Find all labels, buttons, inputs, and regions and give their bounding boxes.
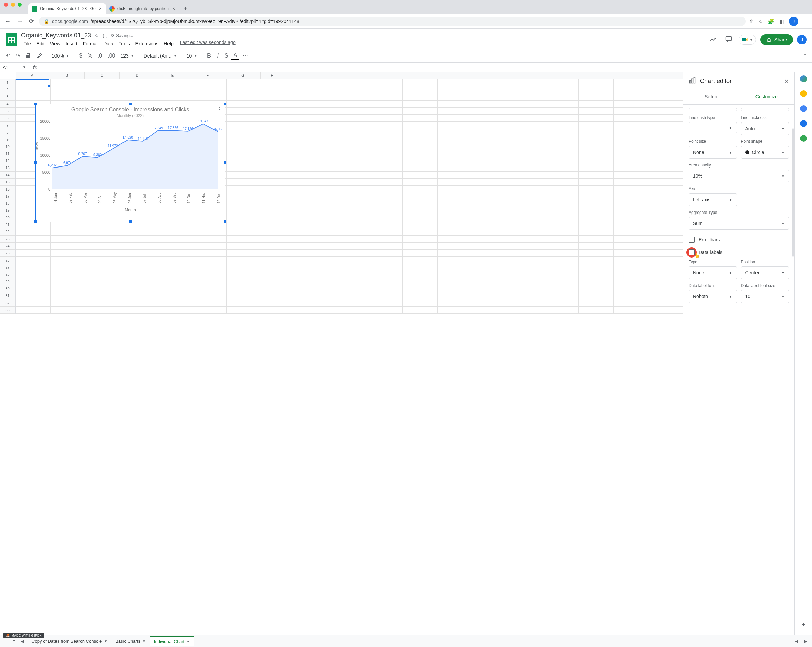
line-dash-select[interactable]: ▼ <box>688 122 737 133</box>
row-header[interactable]: 21 <box>0 221 15 229</box>
add-addon-icon[interactable]: + <box>801 620 806 629</box>
menu-help[interactable]: Help <box>162 40 176 48</box>
sheet-tab[interactable]: Basic Charts▼ <box>111 636 150 642</box>
resize-handle[interactable] <box>34 102 37 105</box>
account-avatar[interactable]: J <box>797 35 807 44</box>
row-header[interactable]: 9 <box>0 136 15 143</box>
menu-view[interactable]: View <box>48 40 63 48</box>
tab-customize[interactable]: Customize <box>739 90 795 104</box>
row-header[interactable]: 22 <box>0 229 15 235</box>
text-color-button[interactable]: A <box>231 51 239 60</box>
tab-close-icon[interactable]: × <box>98 6 102 12</box>
maps-icon[interactable] <box>800 135 807 142</box>
col-header[interactable]: D <box>120 72 155 79</box>
row-header[interactable]: 18 <box>0 200 15 207</box>
row-header[interactable]: 10 <box>0 143 15 150</box>
name-box[interactable]: A1▼ <box>0 63 29 72</box>
axis-select[interactable]: Left axis▼ <box>688 193 737 206</box>
zoom-select[interactable]: 100%▼ <box>50 52 72 60</box>
col-header[interactable]: H <box>261 72 284 79</box>
menu-tools[interactable]: Tools <box>116 40 132 48</box>
contacts-icon[interactable] <box>800 120 807 127</box>
resize-handle[interactable] <box>224 162 226 164</box>
formula-input[interactable] <box>41 65 812 70</box>
star-icon[interactable]: ☆ <box>95 32 99 38</box>
selected-cell[interactable] <box>15 79 49 86</box>
row-header[interactable]: 29 <box>0 278 15 285</box>
col-header[interactable]: A <box>15 72 49 79</box>
keep-icon[interactable] <box>800 90 807 97</box>
strikethrough-button[interactable]: S <box>223 51 230 61</box>
row-header[interactable]: 24 <box>0 243 15 250</box>
extensions-icon[interactable]: 🧩 <box>768 18 774 25</box>
share-page-icon[interactable]: ⇧ <box>749 18 754 25</box>
row-header[interactable]: 1 <box>0 79 15 86</box>
area-opacity-select[interactable]: 10%▼ <box>688 169 789 182</box>
back-button[interactable]: ← <box>3 17 12 26</box>
embedded-chart[interactable]: ⋮ Google Search Console - Impressions an… <box>35 104 225 222</box>
bold-button[interactable]: B <box>205 51 213 61</box>
error-bars-checkbox[interactable] <box>688 237 694 243</box>
more-toolbar-icon[interactable]: ⋯ <box>241 50 250 61</box>
menu-data[interactable]: Data <box>101 40 116 48</box>
row-header[interactable]: 3 <box>0 93 15 101</box>
row-header[interactable]: 33 <box>0 307 15 314</box>
row-header[interactable]: 23 <box>0 235 15 243</box>
dl-fontsize-select[interactable]: 10▼ <box>741 290 789 303</box>
bookmark-icon[interactable]: ☆ <box>758 18 763 25</box>
aggregate-type-select[interactable]: Sum▼ <box>688 217 789 230</box>
resize-handle[interactable] <box>34 220 37 223</box>
number-format-select[interactable]: 123▼ <box>118 52 136 60</box>
sheet-tab[interactable]: Individual Chart▼ <box>150 636 194 642</box>
point-shape-select[interactable]: Circle▼ <box>741 146 789 159</box>
maximize-window-icon[interactable] <box>18 3 21 7</box>
decrease-decimal-button[interactable]: .0 <box>96 51 104 61</box>
doc-title[interactable]: Organic_Keywords 01_23 <box>21 32 91 39</box>
row-header[interactable]: 2 <box>0 86 15 93</box>
menu-extensions[interactable]: Extensions <box>133 40 160 48</box>
move-folder-icon[interactable]: ▢ <box>102 32 108 38</box>
col-header[interactable]: C <box>85 72 120 79</box>
row-header[interactable]: 26 <box>0 257 15 264</box>
forward-button[interactable]: → <box>15 17 24 26</box>
chart-menu-icon[interactable]: ⋮ <box>217 106 222 112</box>
col-header[interactable]: G <box>225 72 261 79</box>
scroll-left-button[interactable]: ◀ <box>793 636 800 642</box>
row-header[interactable]: 30 <box>0 285 15 292</box>
increase-decimal-button[interactable]: .00 <box>105 51 117 61</box>
prev-field-dropdown[interactable] <box>688 108 737 111</box>
col-header[interactable]: E <box>155 72 190 79</box>
menu-format[interactable]: Format <box>81 40 100 48</box>
browser-tab[interactable]: click through rate by position × <box>106 3 179 14</box>
row-header[interactable]: 32 <box>0 299 15 307</box>
resize-handle[interactable] <box>34 162 37 164</box>
row-header[interactable]: 8 <box>0 129 15 136</box>
row-header[interactable]: 5 <box>0 108 15 115</box>
data-labels-checkbox[interactable] <box>688 249 694 255</box>
row-header[interactable]: 31 <box>0 292 15 299</box>
sidepanel-icon[interactable]: ◧ <box>779 18 784 25</box>
resize-handle[interactable] <box>224 102 226 105</box>
row-header[interactable]: 15 <box>0 179 15 186</box>
tab-setup[interactable]: Setup <box>683 90 739 104</box>
calendar-icon[interactable] <box>800 75 807 82</box>
format-percent-button[interactable]: % <box>85 51 95 61</box>
close-window-icon[interactable] <box>4 3 8 7</box>
window-controls[interactable] <box>0 0 26 7</box>
prev-field-dropdown[interactable] <box>741 108 789 111</box>
new-tab-button[interactable]: + <box>180 3 191 14</box>
minimize-window-icon[interactable] <box>11 3 15 7</box>
dl-type-select[interactable]: None▼ <box>688 266 737 279</box>
menu-insert[interactable]: Insert <box>63 40 80 48</box>
row-header[interactable]: 25 <box>0 250 15 257</box>
font-family-select[interactable]: Default (Ari...▼ <box>142 52 179 60</box>
row-header[interactable]: 28 <box>0 271 15 278</box>
col-header[interactable]: F <box>190 72 225 79</box>
paint-format-button[interactable]: 🖌 <box>35 51 44 61</box>
resize-handle[interactable] <box>129 220 131 223</box>
row-header[interactable]: 13 <box>0 165 15 172</box>
line-thickness-select[interactable]: Auto▼ <box>741 122 789 135</box>
tab-close-icon[interactable]: × <box>171 6 176 12</box>
menu-file[interactable]: File <box>21 40 34 48</box>
tasks-icon[interactable] <box>800 105 807 112</box>
